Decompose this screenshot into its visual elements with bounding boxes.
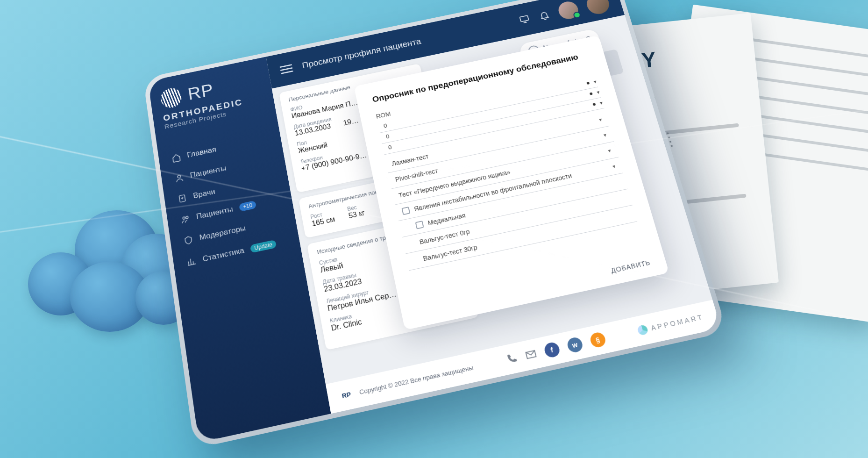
- monitor-icon[interactable]: [518, 14, 531, 25]
- svg-point-0: [178, 175, 181, 178]
- chevron-down-icon: ▾: [593, 79, 597, 85]
- appomart-icon: [636, 324, 648, 336]
- preop-survey-modal: Опросник по предоперационному обследован…: [354, 35, 669, 330]
- logo-icon: [157, 85, 185, 111]
- chevron-down-icon: ▾: [603, 132, 607, 138]
- sidebar-item-label: Модераторы: [199, 224, 247, 243]
- vk-icon[interactable]: w: [566, 336, 584, 353]
- sidebar-badge-update: Update: [250, 240, 277, 253]
- chevron-down-icon: ▾: [596, 89, 600, 95]
- stats-icon: [186, 256, 197, 267]
- chevron-down-icon: ▾: [607, 147, 612, 154]
- sidebar-item-label: Главная: [186, 145, 217, 160]
- sidebar-item-label: Врачи: [192, 187, 216, 200]
- chevron-down-icon: ▾: [599, 100, 603, 106]
- appomart-logo[interactable]: APPOMART: [636, 312, 705, 336]
- doctors-icon: [177, 193, 187, 204]
- svg-point-2: [183, 217, 185, 220]
- sidebar-item-label: Статистика: [202, 246, 245, 264]
- sidebar-item-label: Пациенты: [196, 205, 234, 221]
- tablet-device: RP ORTHOPAEDIC Research Projects Главная…: [143, 0, 727, 449]
- avatar-small[interactable]: [556, 0, 580, 21]
- app-screen: RP ORTHOPAEDIC Research Projects Главная…: [148, 0, 721, 443]
- facebook-icon[interactable]: f: [543, 341, 561, 358]
- svg-point-3: [186, 216, 189, 219]
- home-icon: [171, 153, 181, 163]
- checkbox[interactable]: [401, 207, 410, 215]
- footer-brand: RP: [341, 390, 351, 400]
- add-button[interactable]: ДОБАВИТЬ: [610, 258, 651, 274]
- sidebar-badge: +10: [239, 200, 256, 212]
- sidebar-nav: Главная Пациенты Врачи Пациенты +10: [168, 128, 291, 274]
- moderators-icon: [183, 235, 194, 246]
- svg-rect-4: [519, 15, 528, 21]
- sidebar-item-label: Пациенты: [190, 164, 227, 180]
- avatar-large[interactable]: [584, 0, 612, 16]
- patients-icon: [180, 214, 191, 225]
- phone-icon[interactable]: [505, 352, 518, 365]
- hamburger-button[interactable]: [279, 64, 293, 74]
- mail-icon[interactable]: [524, 348, 537, 361]
- bell-icon[interactable]: [538, 9, 551, 21]
- logo-text: RP: [186, 80, 214, 103]
- ok-icon[interactable]: §: [589, 331, 607, 349]
- checkbox[interactable]: [415, 221, 424, 229]
- patients-icon: [174, 173, 185, 183]
- chevron-down-icon: ▾: [598, 116, 603, 123]
- chevron-down-icon: ▾: [612, 163, 617, 170]
